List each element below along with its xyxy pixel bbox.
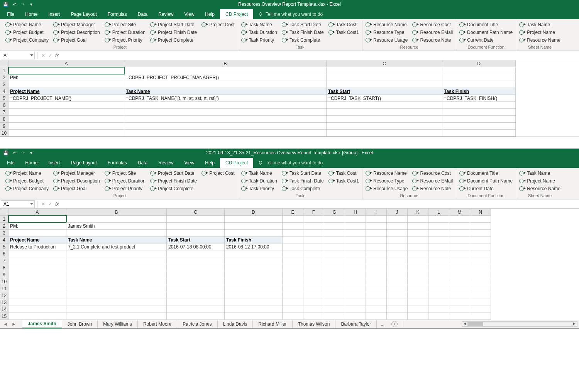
cell-E6[interactable]	[283, 250, 303, 257]
ribbon-btn-project-description[interactable]: Project Description	[52, 177, 101, 185]
cell-C14[interactable]	[167, 306, 225, 313]
cell-I2[interactable]	[366, 223, 387, 230]
cell-H15[interactable]	[345, 313, 366, 320]
cell-N10[interactable]	[470, 278, 491, 285]
ribbon-btn-task-duration[interactable]: Task Duration	[240, 29, 278, 36]
cell-H9[interactable]	[345, 271, 366, 278]
cell-F12[interactable]	[303, 292, 324, 299]
cell-E2[interactable]	[283, 223, 303, 230]
ribbon-btn-project-name[interactable]: Project Name	[5, 169, 49, 177]
cell-J14[interactable]	[387, 306, 408, 313]
cell-N14[interactable]	[470, 306, 491, 313]
ribbon-btn-project-complete[interactable]: Project Complete	[149, 185, 198, 193]
row-header-7[interactable]: 7	[0, 257, 8, 264]
ribbon-btn-task-name[interactable]: Task Name	[240, 169, 278, 177]
cell-M8[interactable]	[449, 264, 470, 271]
cell-F6[interactable]	[303, 250, 324, 257]
cell-M14[interactable]	[449, 306, 470, 313]
cell-N1[interactable]	[470, 216, 491, 223]
cell-B13[interactable]	[66, 299, 167, 306]
ribbon-btn-task-finish-date[interactable]: Task Finish Date	[281, 177, 325, 185]
row-header-2[interactable]: 2	[0, 74, 8, 81]
cell-D7[interactable]	[442, 109, 516, 116]
cell-G14[interactable]	[324, 306, 345, 313]
cell-B6[interactable]	[124, 102, 327, 109]
ribbon-btn-project-priority[interactable]: Project Priority	[104, 36, 146, 44]
cell-E4[interactable]	[283, 237, 303, 243]
ribbon-tab-review[interactable]: Review	[153, 158, 179, 168]
cell-C6[interactable]	[167, 250, 225, 257]
tab-nav-prev-icon[interactable]: ◄	[3, 321, 8, 327]
column-header-A[interactable]: A	[8, 60, 124, 67]
save-icon[interactable]: 💾	[3, 150, 8, 155]
ribbon-btn-resource-email[interactable]: Resource EMail	[411, 29, 454, 36]
cell-I5[interactable]	[366, 243, 387, 250]
cell-N11[interactable]	[470, 285, 491, 292]
ribbon-btn-project-cost[interactable]: Project Cost	[201, 169, 235, 177]
ribbon-btn-task-cost[interactable]: Task Cost	[328, 169, 360, 177]
cell-L3[interactable]	[428, 230, 449, 237]
cell-A6[interactable]	[8, 250, 66, 257]
column-header-G[interactable]: G	[324, 209, 345, 216]
cell-K5[interactable]	[408, 243, 428, 250]
ribbon-btn-project-site[interactable]: Project Site	[104, 21, 146, 29]
row-header-14[interactable]: 14	[0, 306, 8, 313]
qat-dropdown-icon[interactable]: ▾	[29, 2, 34, 7]
cell-A12[interactable]	[8, 292, 66, 299]
cell-G15[interactable]	[324, 313, 345, 320]
cell-B3[interactable]	[66, 230, 167, 237]
cell-J1[interactable]	[387, 216, 408, 223]
cell-G8[interactable]	[324, 264, 345, 271]
ribbon-btn-task-start-date[interactable]: Task Start Date	[281, 169, 325, 177]
cell-K8[interactable]	[408, 264, 428, 271]
cell-A5[interactable]: =CDPRJ_PROJECT_NAME()	[8, 95, 124, 102]
cell-N7[interactable]	[470, 257, 491, 264]
ribbon-btn-project-site[interactable]: Project Site	[104, 169, 146, 177]
ribbon-btn-task-complete[interactable]: Task Complete	[281, 36, 325, 44]
row-header-13[interactable]: 13	[0, 299, 8, 306]
chevron-down-icon[interactable]	[30, 54, 33, 56]
cell-B11[interactable]	[66, 285, 167, 292]
cell-C4[interactable]: Task Start	[167, 237, 225, 243]
cell-B5[interactable]: 7_2.1.Complete and test product	[66, 243, 167, 250]
cell-H5[interactable]	[345, 243, 366, 250]
cell-I15[interactable]	[366, 313, 387, 320]
cell-D14[interactable]	[225, 306, 283, 313]
cell-F10[interactable]	[303, 278, 324, 285]
ribbon-btn-project-name[interactable]: Project Name	[5, 21, 49, 29]
cell-E8[interactable]	[283, 264, 303, 271]
cell-C3[interactable]	[167, 230, 225, 237]
cell-N9[interactable]	[470, 271, 491, 278]
cell-J6[interactable]	[387, 250, 408, 257]
cell-B1[interactable]	[66, 216, 167, 223]
ribbon-tab-page-layout[interactable]: Page Layout	[65, 9, 102, 19]
cell-A2[interactable]: PM:	[8, 223, 66, 230]
cell-C8[interactable]	[167, 264, 225, 271]
ribbon-tab-data[interactable]: Data	[132, 158, 153, 168]
cell-A4[interactable]: Project Name	[8, 237, 66, 243]
cell-K6[interactable]	[408, 250, 428, 257]
cell-D9[interactable]	[225, 271, 283, 278]
cell-E3[interactable]	[283, 230, 303, 237]
cell-I6[interactable]	[366, 250, 387, 257]
cell-F9[interactable]	[303, 271, 324, 278]
row-header-9[interactable]: 9	[0, 271, 8, 278]
cell-M10[interactable]	[449, 278, 470, 285]
cell-C5[interactable]: =CDPRJ_TASK_START()	[327, 95, 442, 102]
cell-L2[interactable]	[428, 223, 449, 230]
ribbon-btn-task-priority[interactable]: Task Priority	[240, 36, 278, 44]
qat-dropdown-icon[interactable]: ▾	[29, 150, 34, 155]
column-header-J[interactable]: J	[387, 209, 408, 216]
undo-icon[interactable]: ↶	[12, 150, 17, 155]
cell-F11[interactable]	[303, 285, 324, 292]
cell-J2[interactable]	[387, 223, 408, 230]
column-header-N[interactable]: N	[470, 209, 491, 216]
cell-F14[interactable]	[303, 306, 324, 313]
cell-I11[interactable]	[366, 285, 387, 292]
cell-D8[interactable]	[225, 264, 283, 271]
cell-C7[interactable]	[327, 109, 442, 116]
column-header-K[interactable]: K	[408, 209, 428, 216]
cell-E9[interactable]	[283, 271, 303, 278]
fx-icon[interactable]: fx	[54, 201, 59, 207]
cell-D6[interactable]	[442, 102, 516, 109]
